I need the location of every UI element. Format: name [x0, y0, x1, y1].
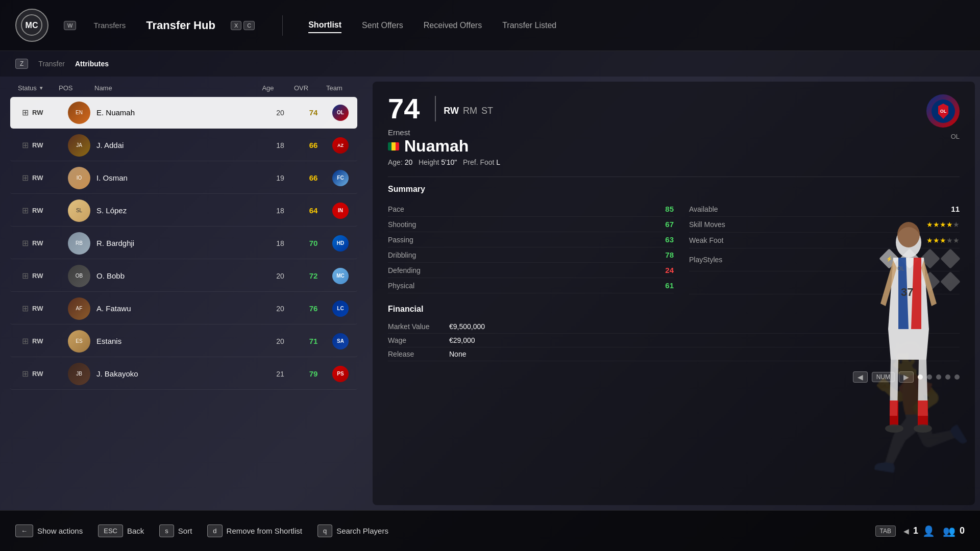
footer: ← Show actions ESC Back s Sort d Remove …: [0, 510, 980, 551]
action-show-actions[interactable]: ← Show actions: [15, 524, 83, 537]
page-prev[interactable]: ◀: [853, 371, 868, 383]
table-row[interactable]: ⊞ RW AF A. Fatawu 20 76 LC: [10, 293, 357, 324]
counter-value-1: 1: [913, 525, 918, 536]
tab-shortlist[interactable]: Shortlist: [308, 18, 341, 33]
nav-transfers[interactable]: Transfers: [93, 21, 126, 30]
team-badge: AZ: [332, 137, 349, 154]
page-dot-2: [927, 374, 932, 380]
player-name: J. Bakayoko: [96, 369, 265, 378]
key-c: C: [243, 21, 255, 30]
action-sort[interactable]: s Sort: [159, 524, 192, 537]
svg-text:MC: MC: [26, 21, 38, 30]
col-header-team: Team: [319, 84, 350, 92]
financial-label-wage: Wage: [388, 336, 449, 344]
tab-sent-offers[interactable]: Sent Offers: [362, 18, 403, 33]
nav-divider: [282, 15, 283, 36]
player-age: 18: [265, 207, 296, 215]
page-title: Transfer Hub: [146, 19, 215, 32]
table-row[interactable]: ⊞ RW SL S. López 18 64 IN: [10, 195, 357, 227]
stats-grid: Pace 85 Shooting 67 Passing 63 Dribbling…: [388, 202, 960, 294]
team-logo: SA: [331, 332, 350, 350]
table-row[interactable]: ⊞ RW JA J. Addai 18 66 AZ: [10, 130, 357, 161]
team-badge: HD: [332, 235, 349, 252]
action-back[interactable]: ESC Back: [98, 524, 144, 537]
sub-tab-attributes[interactable]: Attributes: [75, 60, 109, 68]
player-ovr: 66: [296, 173, 331, 182]
sub-tab-transfer[interactable]: Transfer: [38, 60, 65, 68]
avatar: SL: [68, 199, 90, 222]
player-ovr: 72: [296, 271, 331, 280]
player-age: 20: [265, 337, 296, 345]
stat-value: 63: [653, 235, 674, 244]
key-search: q: [317, 524, 332, 537]
financial-value-release: None: [449, 350, 466, 358]
action-remove[interactable]: d Remove from Shortlist: [207, 524, 302, 537]
table-row[interactable]: ⊞ RW OB O. Bobb 20 72 MC: [10, 260, 357, 292]
financial-wage: Wage €29,000: [388, 334, 960, 347]
avatar: OB: [68, 265, 90, 287]
stat-label: PlayStyles: [689, 256, 882, 264]
page-next[interactable]: ▶: [899, 371, 914, 383]
stat-available: Available 11: [689, 202, 960, 217]
stat-label: Physical: [388, 282, 653, 290]
player-team-name: OL: [951, 133, 960, 140]
stat-label: Weak Foot: [689, 236, 926, 244]
player-pos: RW: [32, 337, 68, 345]
stat-physical: Physical 61: [388, 278, 674, 293]
header: MC W Transfers Transfer Hub X C Shortlis…: [0, 0, 980, 51]
team-badge: LC: [332, 300, 349, 317]
scout-icon: ⊞: [18, 171, 32, 185]
stats-right: Available 11 Skill Moves ★★★★★ Weak Foot…: [674, 202, 960, 294]
playstyle-icon-6: [943, 274, 960, 291]
playstyle-icon-4: [943, 252, 960, 268]
player-detail-panel: 74 RW RM ST Ernest Nuamah Age:: [373, 82, 975, 505]
avatar: JB: [68, 363, 90, 385]
financial-title: Financial: [388, 305, 960, 314]
playstyle-icon-2: ↑: [902, 252, 919, 268]
player-ovr: 79: [296, 369, 331, 378]
stat-label: Shooting: [388, 220, 653, 229]
sort-icon: ▼: [39, 85, 44, 91]
action-label-sort: Sort: [178, 527, 192, 535]
col-header-age: Age: [253, 84, 283, 92]
detail-header: 74 RW RM ST Ernest Nuamah Age:: [388, 94, 960, 166]
scout-icon: ⊞: [18, 269, 32, 283]
stat-value: 78: [653, 251, 674, 259]
stats-left: Pace 85 Shooting 67 Passing 63 Dribbling…: [388, 202, 674, 294]
player-last-name: Nuamah: [388, 137, 926, 156]
player-name: E. Nuamah: [96, 108, 265, 117]
tab-transfer-listed[interactable]: Transfer Listed: [502, 18, 556, 33]
stat-value: 24: [653, 266, 674, 274]
table-row[interactable]: ⊞ RW ES Estanis 20 71 SA: [10, 325, 357, 357]
table-row[interactable]: ⊞ RW EN E. Nuamah 20 74 OL: [10, 97, 357, 129]
counter-prev[interactable]: ◀: [903, 527, 909, 535]
player-name: R. Bardghji: [96, 239, 265, 247]
table-row[interactable]: ⊞ RW RB R. Bardghji 18 70 HD: [10, 228, 357, 259]
player-pos: RW: [32, 370, 68, 378]
table-row[interactable]: ⊞ RW IO I. Osman 19 66 FC: [10, 162, 357, 194]
key-w: W: [64, 21, 76, 30]
action-label-search: Search Players: [336, 527, 388, 535]
team-logo: PS: [331, 365, 350, 383]
player-ovr: 64: [296, 206, 331, 215]
weak-foot-stars: ★★★★★: [926, 236, 960, 245]
player-name: J. Addai: [96, 141, 265, 149]
action-search[interactable]: q Search Players: [317, 524, 388, 537]
player-pos: RW: [32, 239, 68, 247]
list-header: Status ▼ POS Name Age OVR Team: [10, 82, 357, 94]
table-row[interactable]: ⊞ RW JB J. Bakayoko 21 79 PS: [10, 358, 357, 390]
stat-label: Defending: [388, 266, 653, 274]
playstyle-icon-5: [923, 274, 939, 291]
group-icon: 👥: [943, 525, 955, 537]
financial-value-wage: €29,000: [449, 336, 475, 344]
transfers-link[interactable]: Transfers: [93, 21, 126, 30]
playstyle-icon-1: ⚡: [882, 252, 898, 268]
tab-received-offers[interactable]: Received Offers: [424, 18, 482, 33]
counter-1: ◀ 1 👤: [903, 525, 935, 537]
financial-market-value: Market Value €9,500,000: [388, 320, 960, 334]
team-badge: PS: [332, 366, 349, 382]
player-first-name: Ernest: [388, 128, 926, 137]
player-age: 18: [265, 141, 296, 149]
scout-icon: ⊞: [18, 302, 32, 316]
stat-label: Pace: [388, 205, 653, 213]
